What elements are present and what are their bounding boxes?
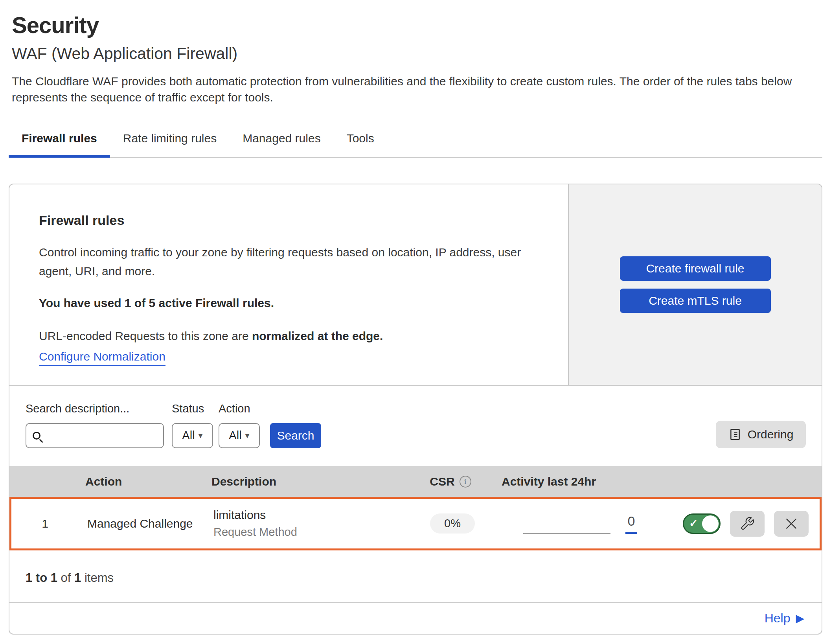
- configure-normalization-link[interactable]: Configure Normalization: [39, 350, 165, 366]
- firewall-rules-summary-text: Firewall rules Control incoming traffic …: [9, 184, 568, 385]
- create-mtls-rule-button[interactable]: Create mTLS rule: [620, 289, 771, 313]
- rule-description[interactable]: limitations: [213, 508, 401, 522]
- normalization-note-text: URL-encoded Requests to this zone are: [39, 329, 252, 342]
- create-rule-actions-panel: Create firewall rule Create mTLS rule: [568, 184, 822, 385]
- column-csr-label: CSR: [430, 475, 454, 488]
- chevron-down-icon: ▾: [199, 431, 203, 440]
- action-filter-label: Action: [219, 402, 260, 415]
- security-waf-page: Security WAF (Web Application Firewall) …: [0, 0, 831, 635]
- search-description-label: Search description...: [26, 402, 164, 415]
- help-link[interactable]: Help ▶: [765, 611, 804, 626]
- activity-count-link[interactable]: 0: [625, 513, 637, 534]
- tab-rate-limiting-rules[interactable]: Rate limiting rules: [110, 126, 230, 157]
- rule-action: Managed Challenge: [79, 517, 205, 530]
- rule-enabled-toggle[interactable]: ✓: [683, 513, 721, 534]
- tab-managed-rules[interactable]: Managed rules: [230, 126, 333, 157]
- action-filter-value: All: [229, 429, 241, 442]
- list-document-icon: [728, 428, 742, 441]
- status-filter-value: All: [182, 429, 195, 442]
- help-row: Help ▶: [9, 602, 822, 634]
- firewall-rules-heading: Firewall rules: [39, 213, 544, 228]
- activity-count: 0: [628, 513, 635, 529]
- firewall-rules-usage: You have used 1 of 5 active Firewall rul…: [39, 296, 544, 310]
- status-filter-label: Status: [172, 402, 213, 415]
- delete-rule-button[interactable]: [774, 511, 809, 537]
- rule-index: 1: [11, 517, 79, 530]
- edit-rule-button[interactable]: [730, 511, 765, 537]
- column-description: Description: [203, 475, 399, 488]
- rule-description-cell: limitations Request Method: [205, 508, 401, 539]
- rule-activity-cell: 0: [504, 513, 661, 534]
- column-action: Action: [77, 475, 203, 488]
- search-box[interactable]: [26, 423, 164, 448]
- search-input[interactable]: [45, 429, 157, 442]
- status-filter-select[interactable]: All ▾: [172, 423, 213, 448]
- rule-controls-cell: ✓: [661, 511, 820, 537]
- csr-badge: 0%: [430, 513, 475, 534]
- close-icon: [783, 516, 799, 532]
- action-filter-group: Action All ▾: [219, 402, 260, 448]
- rule-csr-cell: 0%: [401, 513, 504, 534]
- wrench-icon: [740, 516, 755, 531]
- activity-count-underline: [625, 532, 637, 534]
- activity-sparkline: [523, 518, 610, 534]
- ordering-button[interactable]: Ordering: [716, 421, 806, 448]
- rules-filter-bar: Search description... Status All ▾ Actio…: [9, 386, 822, 466]
- search-button[interactable]: Search: [270, 423, 321, 448]
- page-title: Security: [12, 12, 819, 38]
- normalization-note: URL-encoded Requests to this zone are no…: [39, 329, 544, 343]
- rules-table-header: Action Description CSR i Activity last 2…: [9, 466, 822, 497]
- tab-firewall-rules[interactable]: Firewall rules: [9, 126, 110, 157]
- table-row: 1 Managed Challenge limitations Request …: [9, 497, 822, 550]
- column-activity: Activity last 24hr: [502, 475, 659, 488]
- search-icon: [33, 432, 40, 440]
- rule-expression: Request Method: [213, 526, 401, 539]
- firewall-rules-card: Firewall rules Control incoming traffic …: [9, 184, 822, 635]
- toggle-knob: [702, 515, 719, 532]
- rules-tab-bar: Firewall rules Rate limiting rules Manag…: [9, 126, 822, 158]
- tab-tools[interactable]: Tools: [334, 126, 387, 157]
- items-total: 1: [74, 571, 81, 585]
- create-firewall-rule-button[interactable]: Create firewall rule: [620, 256, 771, 281]
- search-description-group: Search description...: [26, 402, 164, 448]
- items-label: items: [85, 571, 114, 585]
- ordering-button-label: Ordering: [748, 428, 794, 441]
- firewall-rules-description: Control incoming traffic to your zone by…: [39, 243, 534, 281]
- page-description: The Cloudflare WAF provides both automat…: [12, 73, 819, 106]
- of-label: of: [61, 571, 71, 585]
- firewall-rules-summary-section: Firewall rules Control incoming traffic …: [9, 184, 822, 386]
- column-csr: CSR i: [399, 475, 502, 488]
- info-icon[interactable]: i: [460, 476, 471, 488]
- help-label: Help: [765, 611, 791, 626]
- action-filter-select[interactable]: All ▾: [219, 423, 260, 448]
- normalization-note-bold: normalized at the edge.: [252, 329, 383, 342]
- status-filter-group: Status All ▾: [172, 402, 213, 448]
- items-range: 1 to 1: [26, 571, 57, 585]
- help-arrow-icon: ▶: [796, 613, 804, 624]
- page-subtitle: WAF (Web Application Firewall): [12, 44, 819, 63]
- chevron-down-icon: ▾: [245, 431, 250, 440]
- check-icon: ✓: [689, 518, 698, 529]
- table-footer: 1 to 1 of 1 items: [9, 550, 822, 602]
